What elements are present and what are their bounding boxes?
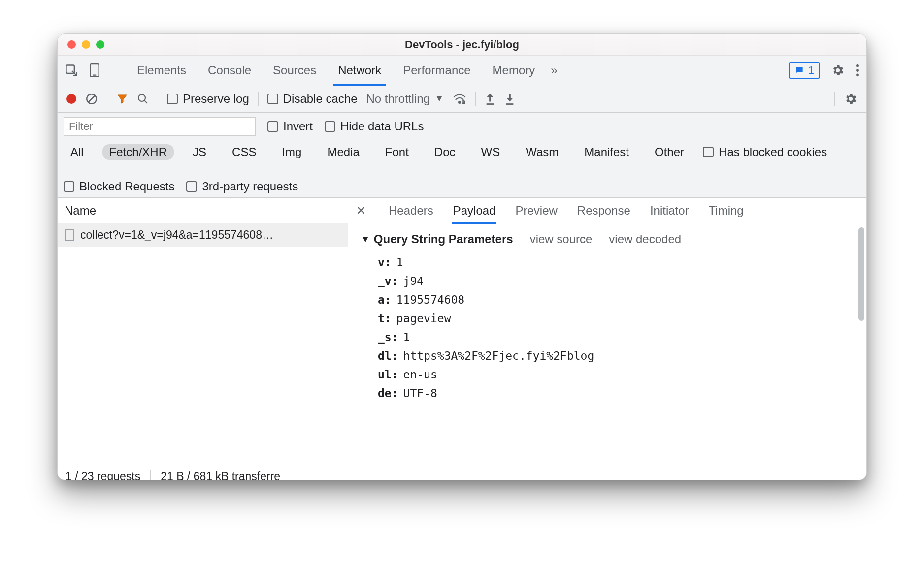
- divider: [150, 470, 151, 481]
- type-css[interactable]: CSS: [225, 144, 263, 160]
- type-js[interactable]: JS: [186, 144, 213, 160]
- minimize-window-icon[interactable]: [82, 40, 90, 49]
- param-row: v:1: [361, 253, 854, 272]
- tab-sources[interactable]: Sources: [262, 56, 327, 85]
- network-main: Name collect?v=1&_v=j94&a=1195574608… 1 …: [58, 198, 866, 480]
- request-row[interactable]: collect?v=1&_v=j94&a=1195574608…: [58, 223, 348, 247]
- search-icon[interactable]: [137, 93, 149, 105]
- detail-tab-preview[interactable]: Preview: [515, 198, 557, 223]
- type-wasm[interactable]: Wasm: [519, 144, 565, 160]
- request-list: Name collect?v=1&_v=j94&a=1195574608… 1 …: [58, 198, 348, 480]
- param-row: ul:en-us: [361, 365, 854, 384]
- hide-data-urls-checkbox[interactable]: Hide data URLs: [325, 120, 424, 133]
- clear-icon[interactable]: [85, 93, 98, 105]
- settings-icon[interactable]: [831, 63, 845, 77]
- preserve-log-checkbox[interactable]: Preserve log: [167, 92, 249, 106]
- divider: [834, 92, 835, 106]
- tab-console[interactable]: Console: [197, 56, 262, 85]
- param-row: t:pageview: [361, 309, 854, 328]
- file-icon: [65, 229, 74, 241]
- svg-point-4: [856, 69, 859, 72]
- divider: [111, 63, 111, 78]
- type-all[interactable]: All: [64, 144, 91, 160]
- status-bar: 1 / 23 requests 21 B / 681 kB transferre: [58, 464, 348, 480]
- param-row: de:UTF-8: [361, 384, 854, 403]
- type-media[interactable]: Media: [320, 144, 366, 160]
- filter-icon[interactable]: [116, 93, 128, 105]
- svg-rect-12: [486, 103, 494, 105]
- download-har-icon[interactable]: [504, 93, 515, 105]
- close-detail-icon[interactable]: ✕: [356, 204, 366, 218]
- detail-tabs: ✕ Headers Payload Preview Response Initi…: [348, 198, 866, 223]
- maximize-window-icon[interactable]: [96, 40, 104, 49]
- section-toggle[interactable]: ▼ Query String Parameters: [361, 232, 513, 246]
- divider: [475, 92, 476, 106]
- type-img[interactable]: Img: [275, 144, 308, 160]
- tab-memory[interactable]: Memory: [482, 56, 546, 85]
- svg-point-10: [459, 101, 461, 103]
- status-transferred: 21 B / 681 kB transferre: [161, 470, 280, 480]
- svg-line-9: [144, 100, 147, 103]
- network-conditions-icon[interactable]: [453, 93, 466, 105]
- record-icon[interactable]: [66, 94, 76, 104]
- param-row: _v:j94: [361, 272, 854, 290]
- device-toolbar-icon[interactable]: [88, 63, 101, 78]
- type-fetch-xhr[interactable]: Fetch/XHR: [102, 144, 174, 160]
- divider: [158, 92, 158, 106]
- type-manifest[interactable]: Manifest: [577, 144, 636, 160]
- request-detail: ✕ Headers Payload Preview Response Initi…: [348, 198, 866, 480]
- tab-performance[interactable]: Performance: [392, 56, 481, 85]
- third-party-checkbox[interactable]: 3rd-party requests: [186, 180, 298, 193]
- disable-cache-checkbox[interactable]: Disable cache: [267, 92, 358, 106]
- type-ws[interactable]: WS: [474, 144, 507, 160]
- tab-network[interactable]: Network: [327, 56, 392, 85]
- network-settings-icon[interactable]: [844, 92, 858, 106]
- view-decoded-link[interactable]: view decoded: [609, 232, 681, 246]
- close-window-icon[interactable]: [67, 40, 76, 49]
- param-row: a:1195574608: [361, 290, 854, 309]
- triangle-down-icon: ▼: [361, 234, 370, 245]
- issues-count: 1: [808, 64, 814, 77]
- detail-tab-initiator[interactable]: Initiator: [650, 198, 689, 223]
- svg-point-8: [138, 94, 145, 101]
- devtools-window: DevTools - jec.fyi/blog Elements Console…: [57, 33, 867, 480]
- svg-rect-13: [506, 103, 513, 105]
- network-toolbar: Preserve log Disable cache No throttling…: [58, 85, 866, 113]
- svg-point-3: [856, 64, 859, 67]
- divider: [258, 92, 259, 106]
- param-row: _s:1: [361, 328, 854, 346]
- issues-badge[interactable]: 1: [789, 62, 820, 79]
- column-name-header[interactable]: Name: [58, 198, 348, 223]
- divider: [107, 92, 107, 106]
- upload-har-icon[interactable]: [485, 93, 495, 105]
- request-name: collect?v=1&_v=j94&a=1195574608…: [80, 228, 273, 242]
- more-tabs-icon[interactable]: »: [546, 63, 562, 77]
- type-font[interactable]: Font: [378, 144, 416, 160]
- blocked-requests-checkbox[interactable]: Blocked Requests: [64, 180, 174, 193]
- detail-tab-headers[interactable]: Headers: [389, 198, 433, 223]
- window-title: DevTools - jec.fyi/blog: [58, 38, 866, 51]
- param-row: dl:https%3A%2F%2Fjec.fyi%2Fblog: [361, 346, 854, 365]
- filter-bar: Invert Hide data URLs: [58, 113, 866, 140]
- scrollbar-thumb[interactable]: [858, 227, 864, 321]
- detail-tab-response[interactable]: Response: [577, 198, 630, 223]
- panel-tabs: Elements Console Sources Network Perform…: [58, 56, 866, 85]
- invert-checkbox[interactable]: Invert: [267, 120, 313, 133]
- throttling-select[interactable]: No throttling▼: [366, 92, 443, 106]
- tab-elements[interactable]: Elements: [126, 56, 197, 85]
- blocked-cookies-checkbox[interactable]: Has blocked cookies: [703, 145, 827, 159]
- type-other[interactable]: Other: [648, 144, 691, 160]
- detail-tab-payload[interactable]: Payload: [453, 198, 496, 223]
- svg-point-5: [856, 73, 859, 76]
- status-requests: 1 / 23 requests: [66, 470, 140, 480]
- kebab-menu-icon[interactable]: [856, 63, 859, 77]
- detail-tab-timing[interactable]: Timing: [709, 198, 744, 223]
- view-source-link[interactable]: view source: [530, 232, 593, 246]
- type-filter-bar: All Fetch/XHR JS CSS Img Media Font Doc …: [58, 140, 866, 198]
- traffic-lights: [58, 40, 104, 49]
- svg-line-7: [88, 95, 95, 102]
- payload-body: ▼ Query String Parameters view source vi…: [348, 223, 866, 480]
- filter-input[interactable]: [64, 117, 256, 136]
- inspect-element-icon[interactable]: [65, 63, 78, 77]
- type-doc[interactable]: Doc: [428, 144, 462, 160]
